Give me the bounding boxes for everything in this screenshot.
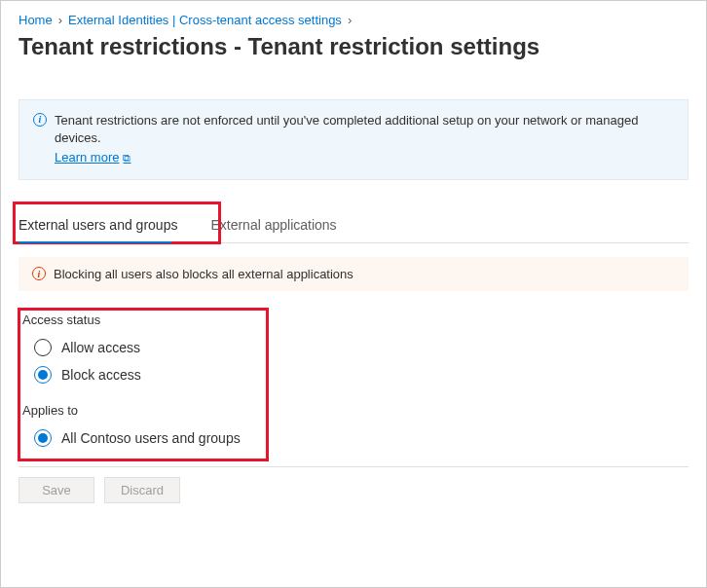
access-status-group: Allow access Block access <box>22 339 258 384</box>
radio-icon <box>34 429 52 447</box>
tab-bar: External users and groups External appli… <box>19 207 688 243</box>
settings-highlight: Access status Allow access Block access … <box>19 309 268 460</box>
breadcrumb-home[interactable]: Home <box>19 13 53 27</box>
info-text: Tenant restrictions are not enforced unt… <box>55 113 638 145</box>
discard-button[interactable]: Discard <box>104 477 180 503</box>
radio-icon <box>34 366 52 384</box>
footer: Save Discard <box>19 466 688 503</box>
tab-external-applications[interactable]: External applications <box>210 207 350 242</box>
breadcrumb-parent[interactable]: External Identities | Cross-tenant acces… <box>68 13 342 27</box>
access-status-label: Access status <box>22 312 258 327</box>
warning-banner: i Blocking all users also blocks all ext… <box>19 257 688 291</box>
info-banner: i Tenant restrictions are not enforced u… <box>19 99 688 180</box>
radio-allow-access[interactable]: Allow access <box>34 339 258 356</box>
warning-icon: i <box>32 267 46 280</box>
radio-label: All Contoso users and groups <box>61 430 241 446</box>
radio-label: Block access <box>61 367 141 383</box>
chevron-right-icon: › <box>348 13 352 27</box>
learn-more-link[interactable]: Learn more ⧉ <box>55 149 130 166</box>
radio-icon <box>34 339 52 356</box>
tab-users-groups[interactable]: External users and groups <box>19 207 191 242</box>
radio-block-access[interactable]: Block access <box>34 366 258 384</box>
applies-to-label: Applies to <box>22 403 258 418</box>
external-link-icon: ⧉ <box>123 151 130 165</box>
applies-to-group: All Contoso users and groups <box>22 429 258 447</box>
page-title: Tenant restrictions - Tenant restriction… <box>19 33 688 60</box>
radio-all-users-groups[interactable]: All Contoso users and groups <box>34 429 258 447</box>
info-icon: i <box>33 113 47 127</box>
radio-label: Allow access <box>61 340 140 355</box>
save-button[interactable]: Save <box>19 477 94 503</box>
breadcrumb: Home › External Identities | Cross-tenan… <box>19 13 688 27</box>
warning-text: Blocking all users also blocks all exter… <box>54 267 354 281</box>
chevron-right-icon: › <box>58 13 62 27</box>
